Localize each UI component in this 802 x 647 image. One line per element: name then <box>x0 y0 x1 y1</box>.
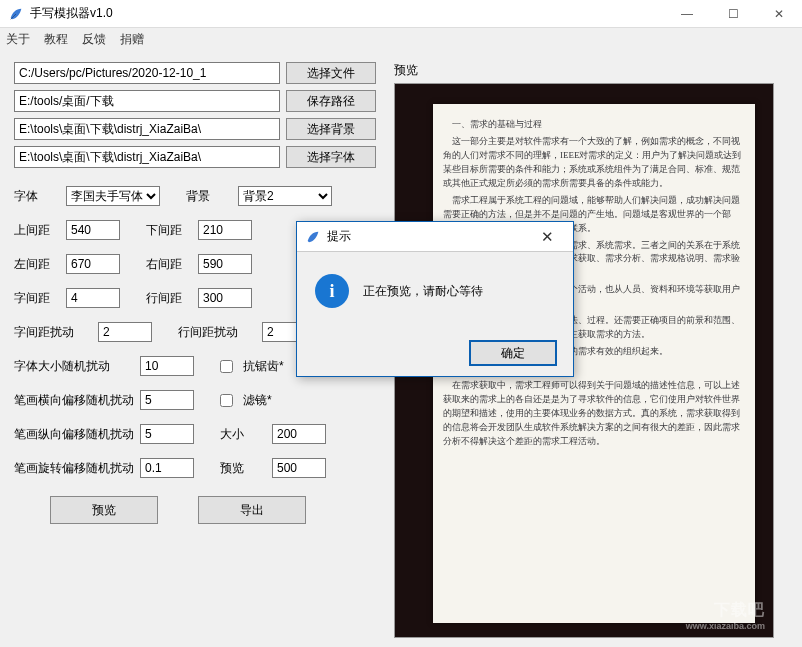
watermark: 下载吧 www.xiazaiba.com <box>686 600 765 631</box>
info-dialog: 提示 ✕ i 正在预览，请耐心等待 确定 <box>296 221 574 377</box>
font-select[interactable]: 李国夫手写体 <box>66 186 160 206</box>
left-margin-label: 左间距 <box>14 256 60 273</box>
dialog-titlebar: 提示 ✕ <box>297 222 573 252</box>
hshift-label: 笔画横向偏移随机扰动 <box>14 392 134 409</box>
antialias-checkbox[interactable] <box>220 360 233 373</box>
paper-line: 一、需求的基础与过程 <box>443 118 745 132</box>
maximize-button[interactable]: ☐ <box>710 0 756 28</box>
bg-path-input[interactable] <box>14 118 280 140</box>
right-margin-label: 右间距 <box>146 256 192 273</box>
window-titlebar: 手写模拟器v1.0 — ☐ ✕ <box>0 0 802 28</box>
bg-select[interactable]: 背景2 <box>238 186 332 206</box>
char-jitter-label: 字间距扰动 <box>14 324 92 341</box>
paper-line: 在需求获取中，需求工程师可以得到关于问题域的描述性信息，可以上述获取来的需求上的… <box>443 379 745 449</box>
right-margin-input[interactable] <box>198 254 252 274</box>
char-space-label: 字间距 <box>14 290 60 307</box>
filter-checkbox[interactable] <box>220 394 233 407</box>
bottom-margin-label: 下间距 <box>146 222 192 239</box>
preview-size-input[interactable] <box>272 458 326 478</box>
size-jitter-input[interactable] <box>140 356 194 376</box>
line-jitter-label: 行间距扰动 <box>178 324 256 341</box>
minimize-button[interactable]: — <box>664 0 710 28</box>
close-button[interactable]: ✕ <box>756 0 802 28</box>
window-controls: — ☐ ✕ <box>664 0 802 28</box>
filter-label: 滤镜* <box>243 392 272 409</box>
dialog-message: 正在预览，请耐心等待 <box>363 283 483 300</box>
bottom-margin-input[interactable] <box>198 220 252 240</box>
dialog-title: 提示 <box>327 228 527 245</box>
char-space-input[interactable] <box>66 288 120 308</box>
info-icon: i <box>315 274 349 308</box>
rot-label: 笔画旋转偏移随机扰动 <box>14 460 134 477</box>
choose-font-button[interactable]: 选择字体 <box>286 146 376 168</box>
vshift-input[interactable] <box>140 424 194 444</box>
menu-feedback[interactable]: 反馈 <box>82 31 106 48</box>
menu-donate[interactable]: 捐赠 <box>120 31 144 48</box>
dialog-close-button[interactable]: ✕ <box>527 224 567 250</box>
menubar: 关于 教程 反馈 捐赠 <box>0 28 802 50</box>
char-jitter-input[interactable] <box>98 322 152 342</box>
size-input[interactable] <box>272 424 326 444</box>
choose-bg-button[interactable]: 选择背景 <box>286 118 376 140</box>
vshift-label: 笔画纵向偏移随机扰动 <box>14 426 134 443</box>
dialog-ok-button[interactable]: 确定 <box>469 340 557 366</box>
preview-size-label: 预览 <box>220 460 266 477</box>
window-title: 手写模拟器v1.0 <box>30 5 664 22</box>
line-space-label: 行间距 <box>146 290 192 307</box>
size-jitter-label: 字体大小随机扰动 <box>14 358 134 375</box>
menu-about[interactable]: 关于 <box>6 31 30 48</box>
font-label: 字体 <box>14 188 60 205</box>
line-space-input[interactable] <box>198 288 252 308</box>
bg-label: 背景 <box>186 188 232 205</box>
font-path-input[interactable] <box>14 146 280 168</box>
rot-input[interactable] <box>140 458 194 478</box>
save-path-input[interactable] <box>14 90 280 112</box>
paper-line: 这一部分主要是对软件需求有一个大致的了解，例如需求的概念，不同视角的人们对需求不… <box>443 135 745 191</box>
dialog-app-icon <box>305 229 321 245</box>
save-path-button[interactable]: 保存路径 <box>286 90 376 112</box>
top-margin-input[interactable] <box>66 220 120 240</box>
hshift-input[interactable] <box>140 390 194 410</box>
left-margin-input[interactable] <box>66 254 120 274</box>
export-button[interactable]: 导出 <box>198 496 306 524</box>
preview-label: 预览 <box>394 62 788 79</box>
file-path-input[interactable] <box>14 62 280 84</box>
choose-file-button[interactable]: 选择文件 <box>286 62 376 84</box>
size-label: 大小 <box>220 426 266 443</box>
menu-tutorial[interactable]: 教程 <box>44 31 68 48</box>
antialias-label: 抗锯齿* <box>243 358 284 375</box>
preview-button[interactable]: 预览 <box>50 496 158 524</box>
app-icon <box>8 6 24 22</box>
top-margin-label: 上间距 <box>14 222 60 239</box>
